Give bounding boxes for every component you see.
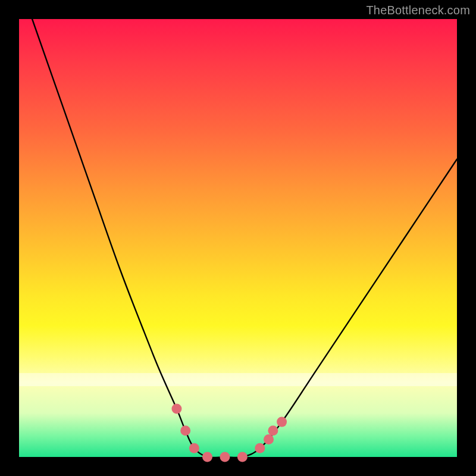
plot-area <box>19 19 457 457</box>
bottleneck-curve <box>32 19 457 458</box>
marker-dot <box>180 425 190 436</box>
curve-layer <box>19 19 457 457</box>
marker-dot <box>220 452 230 462</box>
marker-dot <box>268 425 278 436</box>
optimal-range-markers <box>171 404 287 462</box>
marker-dot <box>264 434 274 444</box>
marker-dot <box>237 452 248 462</box>
marker-dot <box>171 404 181 414</box>
marker-dot <box>255 443 265 453</box>
marker-dot <box>277 417 287 427</box>
marker-dot <box>189 443 199 453</box>
watermark: TheBottleneck.com <box>366 4 470 17</box>
marker-dot <box>202 452 212 462</box>
chart-frame: TheBottleneck.com <box>0 0 476 476</box>
